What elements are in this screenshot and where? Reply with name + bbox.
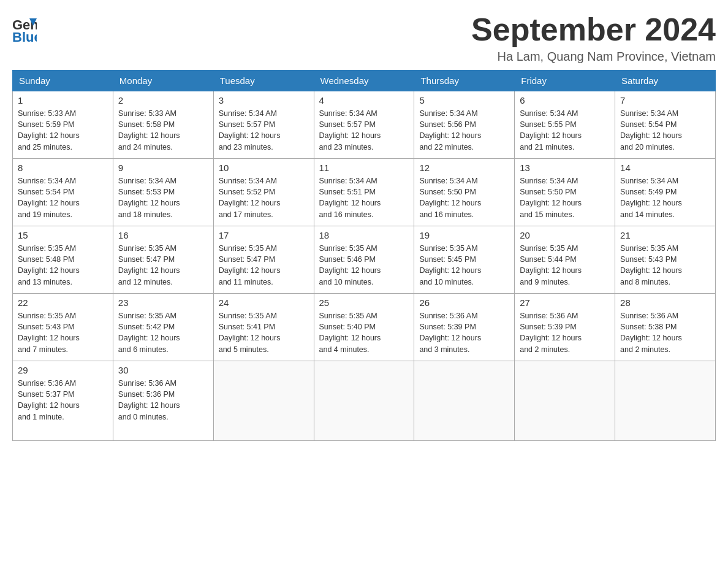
day-info: Sunrise: 5:34 AMSunset: 5:55 PMDaylight:…: [520, 108, 610, 153]
day-number: 3: [219, 95, 309, 105]
day-number: 10: [219, 163, 309, 173]
day-info: Sunrise: 5:34 AMSunset: 5:57 PMDaylight:…: [219, 108, 309, 153]
location-title: Ha Lam, Quang Nam Province, Vietnam: [471, 50, 716, 64]
page-header: General Blue September 2024 Ha Lam, Quan…: [12, 12, 716, 64]
day-number: 20: [520, 230, 610, 240]
day-info: Sunrise: 5:34 AMSunset: 5:54 PMDaylight:…: [620, 108, 710, 153]
calendar-cell: 27Sunrise: 5:36 AMSunset: 5:39 PMDayligh…: [515, 294, 615, 361]
day-info: Sunrise: 5:33 AMSunset: 5:58 PMDaylight:…: [118, 108, 208, 153]
calendar-cell: 5Sunrise: 5:34 AMSunset: 5:56 PMDaylight…: [414, 91, 515, 159]
day-info: Sunrise: 5:33 AMSunset: 5:59 PMDaylight:…: [18, 108, 108, 153]
day-info: Sunrise: 5:34 AMSunset: 5:49 PMDaylight:…: [620, 175, 710, 220]
day-info: Sunrise: 5:36 AMSunset: 5:36 PMDaylight:…: [118, 378, 208, 423]
col-friday: Friday: [515, 71, 615, 91]
day-number: 16: [118, 230, 208, 240]
calendar-cell: 20Sunrise: 5:35 AMSunset: 5:44 PMDayligh…: [515, 226, 615, 294]
calendar-cell: [414, 361, 515, 441]
day-number: 23: [118, 297, 208, 308]
calendar-cell: 11Sunrise: 5:34 AMSunset: 5:51 PMDayligh…: [314, 159, 414, 226]
calendar-cell: 24Sunrise: 5:35 AMSunset: 5:41 PMDayligh…: [213, 294, 314, 361]
day-number: 2: [118, 95, 208, 105]
calendar-cell: [213, 361, 314, 441]
day-info: Sunrise: 5:34 AMSunset: 5:54 PMDaylight:…: [18, 175, 108, 220]
day-number: 24: [219, 297, 309, 308]
calendar-cell: 30Sunrise: 5:36 AMSunset: 5:36 PMDayligh…: [113, 361, 213, 441]
calendar-week-1: 1Sunrise: 5:33 AMSunset: 5:59 PMDaylight…: [13, 91, 716, 159]
calendar-cell: 14Sunrise: 5:34 AMSunset: 5:49 PMDayligh…: [615, 159, 716, 226]
day-info: Sunrise: 5:35 AMSunset: 5:47 PMDaylight:…: [118, 243, 208, 288]
day-number: 7: [620, 95, 710, 105]
day-number: 25: [319, 297, 409, 308]
day-info: Sunrise: 5:35 AMSunset: 5:45 PMDaylight:…: [419, 243, 509, 288]
calendar-cell: 29Sunrise: 5:36 AMSunset: 5:37 PMDayligh…: [13, 361, 113, 441]
calendar-cell: 12Sunrise: 5:34 AMSunset: 5:50 PMDayligh…: [414, 159, 515, 226]
calendar-cell: 22Sunrise: 5:35 AMSunset: 5:43 PMDayligh…: [13, 294, 113, 361]
calendar-cell: 8Sunrise: 5:34 AMSunset: 5:54 PMDaylight…: [13, 159, 113, 226]
col-thursday: Thursday: [414, 71, 515, 91]
calendar-cell: 4Sunrise: 5:34 AMSunset: 5:57 PMDaylight…: [314, 91, 414, 159]
svg-text:Blue: Blue: [12, 29, 37, 43]
col-sunday: Sunday: [13, 71, 113, 91]
day-info: Sunrise: 5:35 AMSunset: 5:43 PMDaylight:…: [18, 310, 108, 355]
day-info: Sunrise: 5:35 AMSunset: 5:47 PMDaylight:…: [219, 243, 309, 288]
day-info: Sunrise: 5:34 AMSunset: 5:56 PMDaylight:…: [419, 108, 509, 153]
day-info: Sunrise: 5:35 AMSunset: 5:43 PMDaylight:…: [620, 243, 710, 288]
col-monday: Monday: [113, 71, 213, 91]
calendar-cell: 28Sunrise: 5:36 AMSunset: 5:38 PMDayligh…: [615, 294, 716, 361]
calendar-week-3: 15Sunrise: 5:35 AMSunset: 5:48 PMDayligh…: [13, 226, 716, 294]
day-number: 17: [219, 230, 309, 240]
day-number: 13: [520, 163, 610, 173]
calendar-cell: 23Sunrise: 5:35 AMSunset: 5:42 PMDayligh…: [113, 294, 213, 361]
day-info: Sunrise: 5:35 AMSunset: 5:41 PMDaylight:…: [219, 310, 309, 355]
day-number: 29: [18, 365, 108, 375]
calendar-cell: 10Sunrise: 5:34 AMSunset: 5:52 PMDayligh…: [213, 159, 314, 226]
day-number: 18: [319, 230, 409, 240]
day-number: 14: [620, 163, 710, 173]
calendar-cell: 13Sunrise: 5:34 AMSunset: 5:50 PMDayligh…: [515, 159, 615, 226]
day-number: 22: [18, 297, 108, 308]
day-number: 12: [419, 163, 509, 173]
calendar-cell: 17Sunrise: 5:35 AMSunset: 5:47 PMDayligh…: [213, 226, 314, 294]
day-number: 11: [319, 163, 409, 173]
day-info: Sunrise: 5:34 AMSunset: 5:52 PMDaylight:…: [219, 175, 309, 220]
day-number: 5: [419, 95, 509, 105]
calendar-cell: 26Sunrise: 5:36 AMSunset: 5:39 PMDayligh…: [414, 294, 515, 361]
calendar-cell: 7Sunrise: 5:34 AMSunset: 5:54 PMDaylight…: [615, 91, 716, 159]
title-block: September 2024 Ha Lam, Quang Nam Provinc…: [471, 12, 716, 64]
calendar-cell: [615, 361, 716, 441]
day-number: 19: [419, 230, 509, 240]
day-number: 30: [118, 365, 208, 375]
month-title: September 2024: [471, 12, 716, 47]
day-info: Sunrise: 5:35 AMSunset: 5:46 PMDaylight:…: [319, 243, 409, 288]
calendar-cell: 9Sunrise: 5:34 AMSunset: 5:53 PMDaylight…: [113, 159, 213, 226]
day-info: Sunrise: 5:34 AMSunset: 5:51 PMDaylight:…: [319, 175, 409, 220]
calendar-cell: 16Sunrise: 5:35 AMSunset: 5:47 PMDayligh…: [113, 226, 213, 294]
calendar-cell: 6Sunrise: 5:34 AMSunset: 5:55 PMDaylight…: [515, 91, 615, 159]
calendar-cell: 18Sunrise: 5:35 AMSunset: 5:46 PMDayligh…: [314, 226, 414, 294]
day-info: Sunrise: 5:36 AMSunset: 5:39 PMDaylight:…: [419, 310, 509, 355]
day-info: Sunrise: 5:35 AMSunset: 5:40 PMDaylight:…: [319, 310, 409, 355]
calendar-cell: 19Sunrise: 5:35 AMSunset: 5:45 PMDayligh…: [414, 226, 515, 294]
day-info: Sunrise: 5:36 AMSunset: 5:38 PMDaylight:…: [620, 310, 710, 355]
logo: General Blue: [12, 12, 37, 45]
day-info: Sunrise: 5:36 AMSunset: 5:37 PMDaylight:…: [18, 378, 108, 423]
day-info: Sunrise: 5:35 AMSunset: 5:44 PMDaylight:…: [520, 243, 610, 288]
day-number: 8: [18, 163, 108, 173]
day-number: 1: [18, 95, 108, 105]
day-number: 28: [620, 297, 710, 308]
day-number: 21: [620, 230, 710, 240]
calendar-cell: 15Sunrise: 5:35 AMSunset: 5:48 PMDayligh…: [13, 226, 113, 294]
day-number: 4: [319, 95, 409, 105]
header-row: Sunday Monday Tuesday Wednesday Thursday…: [13, 71, 716, 91]
calendar-cell: 2Sunrise: 5:33 AMSunset: 5:58 PMDaylight…: [113, 91, 213, 159]
calendar-week-5: 29Sunrise: 5:36 AMSunset: 5:37 PMDayligh…: [13, 361, 716, 441]
calendar-week-4: 22Sunrise: 5:35 AMSunset: 5:43 PMDayligh…: [13, 294, 716, 361]
col-wednesday: Wednesday: [314, 71, 414, 91]
col-tuesday: Tuesday: [213, 71, 314, 91]
calendar-cell: [515, 361, 615, 441]
calendar-table: Sunday Monday Tuesday Wednesday Thursday…: [12, 70, 716, 441]
calendar-cell: 1Sunrise: 5:33 AMSunset: 5:59 PMDaylight…: [13, 91, 113, 159]
day-info: Sunrise: 5:34 AMSunset: 5:53 PMDaylight:…: [118, 175, 208, 220]
day-info: Sunrise: 5:35 AMSunset: 5:42 PMDaylight:…: [118, 310, 208, 355]
day-info: Sunrise: 5:35 AMSunset: 5:48 PMDaylight:…: [18, 243, 108, 288]
